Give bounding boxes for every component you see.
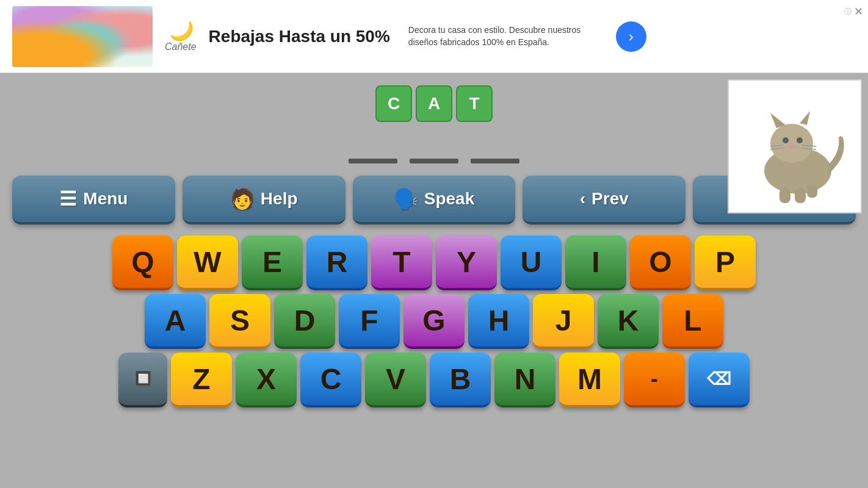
key-y[interactable]: Y xyxy=(436,235,497,290)
key-l[interactable]: L xyxy=(662,294,723,349)
keyboard-row-3: 🔲 Z X C V B N M - ⌫ xyxy=(6,353,862,407)
cat-image xyxy=(728,79,862,214)
word-tile-c: C xyxy=(375,85,412,122)
key-z[interactable]: Z xyxy=(171,353,232,407)
svg-point-7 xyxy=(783,137,789,143)
svg-marker-3 xyxy=(800,111,810,125)
answer-blank-2 xyxy=(410,159,458,163)
svg-rect-6 xyxy=(807,184,817,198)
key-r[interactable]: R xyxy=(306,235,367,290)
keyboard: Q W E R T Y U I O P A S D F G H J K L 🔲 … xyxy=(0,235,868,407)
prev-button[interactable]: ‹ Prev xyxy=(523,176,685,224)
key-f[interactable]: F xyxy=(339,294,400,349)
key-g[interactable]: G xyxy=(403,294,465,349)
svg-rect-5 xyxy=(795,188,806,203)
key-n[interactable]: N xyxy=(494,353,555,407)
ad-logo: 🌙 Cañete xyxy=(165,20,197,52)
key-s[interactable]: S xyxy=(209,294,270,349)
key-v[interactable]: V xyxy=(365,353,426,407)
backspace-button[interactable]: ⌫ xyxy=(689,353,750,407)
svg-marker-2 xyxy=(770,113,786,128)
key-a[interactable]: A xyxy=(145,294,206,349)
menu-icon: ☰ xyxy=(59,187,77,210)
key-t[interactable]: T xyxy=(371,235,432,290)
key-e[interactable]: E xyxy=(242,235,303,290)
help-icon: 🧑 xyxy=(230,187,255,210)
key-u[interactable]: U xyxy=(501,235,562,290)
ad-banner: 🌙 Cañete Rebajas Hasta un 50% Decora tu … xyxy=(0,0,868,73)
key-j[interactable]: J xyxy=(533,294,594,349)
key-w[interactable]: W xyxy=(177,235,238,290)
menu-button[interactable]: ☰ Menu xyxy=(12,176,175,224)
svg-point-8 xyxy=(797,137,803,143)
keyboard-row-1: Q W E R T Y U I O P xyxy=(6,235,862,290)
svg-rect-4 xyxy=(779,188,790,203)
svg-point-1 xyxy=(770,124,813,163)
key-o[interactable]: O xyxy=(630,235,691,290)
key-k[interactable]: K xyxy=(598,294,659,349)
key-m[interactable]: M xyxy=(559,353,620,407)
caps-lock-button[interactable]: 🔲 xyxy=(118,353,167,407)
svg-point-9 xyxy=(790,145,796,148)
speak-button[interactable]: 🗣️ Speak xyxy=(353,176,516,224)
ad-image xyxy=(12,6,153,67)
word-tiles: C A T xyxy=(375,85,493,122)
ad-cta-button[interactable]: › xyxy=(616,21,646,52)
speak-icon: 🗣️ xyxy=(394,187,418,210)
answer-area xyxy=(349,159,519,163)
prev-arrow-icon: ‹ xyxy=(580,189,585,209)
key-x[interactable]: X xyxy=(236,353,297,407)
help-button[interactable]: 🧑 Help xyxy=(183,176,345,224)
ad-close-button[interactable]: ⓘ ✕ xyxy=(844,5,863,18)
cat-svg xyxy=(734,85,856,207)
key-dash[interactable]: - xyxy=(624,353,685,407)
ad-main-text: Rebajas Hasta un 50% xyxy=(209,26,390,47)
answer-blank-3 xyxy=(471,159,519,163)
key-b[interactable]: B xyxy=(430,353,491,407)
key-p[interactable]: P xyxy=(695,235,756,290)
answer-blank-1 xyxy=(349,159,397,163)
keyboard-row-2: A S D F G H J K L xyxy=(6,294,862,349)
key-c[interactable]: C xyxy=(300,353,361,407)
game-area: C A T ☰ Menu 🧑 Help 🗣️ Speak ‹ Prev Next… xyxy=(0,73,868,488)
key-q[interactable]: Q xyxy=(112,235,173,290)
key-i[interactable]: I xyxy=(565,235,626,290)
word-tile-a: A xyxy=(416,85,452,122)
key-h[interactable]: H xyxy=(468,294,529,349)
ad-subtext: Decora tu casa con estilo. Descubre nues… xyxy=(408,24,604,48)
word-tile-t: T xyxy=(456,85,493,122)
key-d[interactable]: D xyxy=(274,294,335,349)
